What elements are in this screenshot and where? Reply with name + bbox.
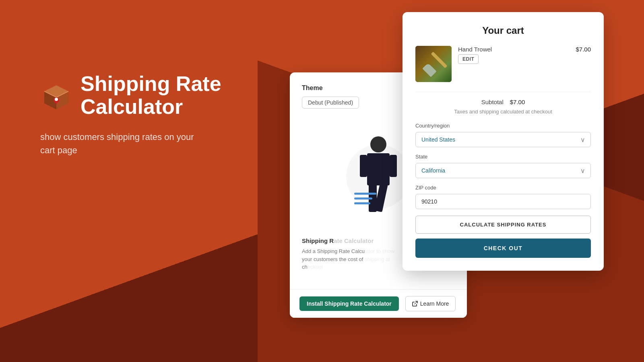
country-select-wrapper: United States Canada United Kingdom Aust… — [415, 132, 591, 147]
cart-title: Your cart — [415, 25, 591, 36]
state-label: State — [415, 154, 591, 160]
svg-rect-17 — [354, 202, 370, 204]
tax-note: Taxes and shipping calculated at checkou… — [415, 109, 591, 115]
trowel-illustration — [415, 46, 452, 82]
install-button[interactable]: Install Shipping Rate Calculator — [299, 296, 399, 311]
cart-card: Your cart Hand Trowel $7.00 EDIT Subtota… — [402, 12, 604, 271]
item-name: Hand Trowel — [458, 46, 492, 53]
item-price: $7.00 — [576, 46, 591, 53]
state-select-wrapper: California New York Texas Florida ∨ — [415, 163, 591, 178]
state-select[interactable]: California New York Texas Florida — [415, 163, 591, 178]
cart-item: Hand Trowel $7.00 EDIT — [415, 46, 591, 82]
svg-rect-12 — [390, 155, 397, 177]
country-label: Country/region — [415, 123, 591, 129]
item-image — [415, 46, 452, 82]
trowel-blade — [422, 63, 436, 77]
item-price-row: Hand Trowel $7.00 — [458, 46, 591, 54]
svg-rect-16 — [354, 197, 372, 200]
left-content-area: Shipping Rate Calculator show customers … — [40, 72, 221, 157]
app-title-line1: Shipping Rate — [80, 72, 221, 95]
cards-area: Theme Debut (Published) — [290, 12, 604, 350]
divider-1 — [415, 92, 591, 92]
svg-rect-15 — [354, 193, 376, 195]
action-bar: Install Shipping Rate Calculator Learn M… — [290, 289, 467, 318]
checkout-button[interactable]: CHECK OUT — [415, 239, 591, 258]
learn-more-button[interactable]: Learn More — [405, 296, 456, 311]
app-title-line2: Calculator — [80, 95, 221, 118]
svg-rect-11 — [360, 155, 367, 177]
country-select[interactable]: United States Canada United Kingdom Aust… — [415, 132, 591, 147]
learn-more-label: Learn More — [420, 300, 449, 307]
external-link-icon — [412, 301, 418, 306]
edit-button[interactable]: EDIT — [458, 54, 479, 64]
subtotal-row: Subtotal $7.00 — [415, 99, 591, 105]
app-logo-icon — [40, 79, 72, 111]
calculate-shipping-button[interactable]: CALCULATE SHIPPING RATES — [415, 216, 591, 234]
trowel-handle — [431, 51, 447, 68]
zip-input[interactable] — [415, 194, 591, 209]
theme-badge: Debut (Published) — [302, 97, 359, 109]
subtotal-value: $7.00 — [510, 99, 525, 105]
subtotal-label: Subtotal — [481, 99, 504, 105]
svg-point-6 — [55, 98, 58, 101]
svg-point-9 — [370, 136, 386, 152]
item-info: Hand Trowel $7.00 EDIT — [458, 46, 591, 64]
app-subtitle: show customers shipping rates on your ca… — [40, 130, 209, 157]
svg-rect-10 — [367, 153, 390, 185]
zip-label: ZIP code — [415, 185, 591, 191]
logo-area: Shipping Rate Calculator — [40, 72, 221, 118]
app-title-text: Shipping Rate Calculator — [80, 72, 221, 118]
